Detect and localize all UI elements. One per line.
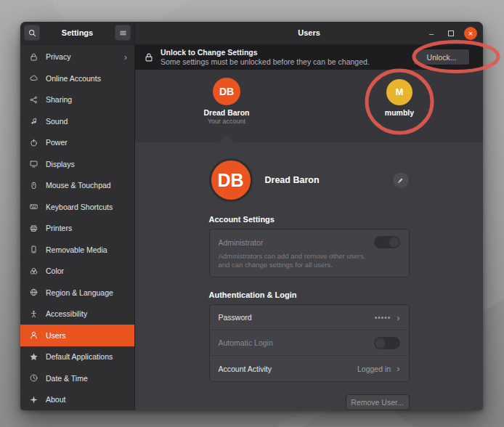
desktop-wallpaper: Settings Privacy › Online Accounts Sha bbox=[0, 0, 504, 427]
sidebar-item-default-applications[interactable]: Default Applications bbox=[20, 346, 134, 368]
clock-icon bbox=[29, 373, 38, 383]
sidebar-list: Privacy › Online Accounts Sharing Sound bbox=[20, 45, 134, 411]
sidebar-header: Settings bbox=[20, 22, 134, 45]
sidebar-item-sharing[interactable]: Sharing bbox=[20, 89, 134, 111]
administrator-toggle[interactable] bbox=[374, 236, 400, 248]
account-settings-card: Administrator Administrators can add and… bbox=[209, 229, 410, 277]
sidebar-item-label: Region & Language bbox=[46, 288, 113, 297]
toggle-knob bbox=[375, 338, 386, 349]
sidebar: Settings Privacy › Online Accounts Sha bbox=[20, 22, 134, 410]
mouse-icon bbox=[29, 181, 38, 190]
account-activity-value: Logged in bbox=[357, 365, 391, 373]
sidebar-item-label: Sound bbox=[46, 117, 68, 126]
content-pane: Users – × Unlock to Change Settings Some… bbox=[134, 22, 483, 410]
sidebar-item-region-language[interactable]: Region & Language bbox=[20, 282, 134, 304]
sidebar-item-sound[interactable]: Sound bbox=[20, 110, 134, 132]
sidebar-item-label: Online Accounts bbox=[46, 74, 101, 83]
sidebar-item-color[interactable]: Color bbox=[20, 261, 134, 282]
sidebar-item-privacy[interactable]: Privacy › bbox=[20, 46, 134, 68]
sidebar-item-displays[interactable]: Displays bbox=[20, 153, 134, 175]
automatic-login-toggle[interactable] bbox=[374, 337, 400, 349]
globe-icon bbox=[29, 288, 38, 297]
sidebar-item-printers[interactable]: Printers bbox=[20, 218, 134, 240]
user-card-mumbly[interactable]: M mumbly bbox=[367, 79, 432, 117]
maximize-button[interactable] bbox=[444, 27, 458, 40]
unlock-subtitle: Some settings must be unlocked before th… bbox=[160, 57, 370, 67]
chevron-right-icon: › bbox=[124, 52, 127, 62]
padlock-icon bbox=[144, 52, 154, 62]
sidebar-item-about[interactable]: About bbox=[20, 389, 134, 411]
sparkle-icon bbox=[29, 395, 38, 404]
unlock-text: Unlock to Change Settings Some settings … bbox=[160, 48, 370, 67]
sidebar-item-label: Keyboard Shortcuts bbox=[46, 203, 113, 211]
account-activity-label: Account Activity bbox=[219, 365, 272, 373]
share-nodes-icon bbox=[29, 95, 38, 105]
sidebar-item-label: Removable Media bbox=[46, 245, 107, 254]
user-full-name: Dread Baron bbox=[265, 175, 320, 185]
administrator-row: Administrator Administrators can add and… bbox=[210, 229, 409, 277]
sidebar-item-keyboard-shortcuts[interactable]: Keyboard Shortcuts bbox=[20, 196, 134, 218]
maximize-icon bbox=[448, 30, 454, 36]
sidebar-item-label: Privacy bbox=[46, 52, 70, 61]
sidebar-item-mouse-touchpad[interactable]: Mouse & Touchpad bbox=[20, 175, 134, 197]
sidebar-item-label: Default Applications bbox=[46, 352, 113, 361]
account-activity-row[interactable]: Account Activity Logged in › bbox=[210, 356, 409, 381]
edit-name-button[interactable] bbox=[392, 171, 410, 189]
window-controls: – × bbox=[425, 22, 477, 45]
user-name: Dread Baron bbox=[194, 108, 259, 117]
page-title: Users bbox=[298, 28, 320, 37]
pencil-icon bbox=[397, 176, 405, 184]
user-detail-header: DB Dread Baron bbox=[209, 142, 410, 202]
close-button[interactable]: × bbox=[464, 27, 477, 40]
avatar: DB bbox=[209, 158, 253, 202]
sidebar-item-label: Mouse & Touchpad bbox=[46, 181, 111, 190]
sidebar-item-label: Sharing bbox=[46, 95, 72, 104]
printer-icon bbox=[29, 224, 38, 233]
unlock-title: Unlock to Change Settings bbox=[160, 48, 370, 57]
avatar: M bbox=[386, 79, 412, 105]
user-switcher: DB Dread Baron Your account M mumbly bbox=[135, 70, 483, 142]
unlock-banner: Unlock to Change Settings Some settings … bbox=[135, 45, 483, 70]
sidebar-item-label: Users bbox=[46, 331, 65, 340]
toggle-knob bbox=[389, 237, 399, 248]
sidebar-item-date-time[interactable]: Date & Time bbox=[20, 367, 134, 389]
automatic-login-row: Automatic Login bbox=[210, 330, 409, 356]
keyboard-icon bbox=[29, 202, 38, 211]
sidebar-item-users[interactable]: Users bbox=[20, 325, 134, 346]
user-name: mumbly bbox=[367, 108, 432, 117]
minimize-button[interactable]: – bbox=[425, 27, 438, 40]
unlock-button[interactable]: Unlock... bbox=[413, 49, 470, 65]
color-circles-icon bbox=[29, 267, 38, 276]
sidebar-item-online-accounts[interactable]: Online Accounts bbox=[20, 68, 134, 89]
sidebar-item-label: Color bbox=[46, 267, 64, 275]
remove-user-button[interactable]: Remove User... bbox=[346, 394, 410, 410]
sidebar-item-label: Accessibility bbox=[46, 309, 87, 318]
user-card-dread-baron[interactable]: DB Dread Baron Your account bbox=[194, 78, 259, 125]
sidebar-item-label: Displays bbox=[46, 160, 75, 168]
sidebar-item-power[interactable]: Power bbox=[20, 132, 134, 154]
administrator-label: Administrator bbox=[219, 238, 264, 247]
password-dots: ••••• bbox=[375, 314, 391, 322]
sidebar-item-label: Power bbox=[46, 138, 68, 147]
media-device-icon bbox=[29, 245, 38, 254]
administrator-description: Administrators can add and remove other … bbox=[219, 252, 375, 269]
accessibility-person-icon bbox=[29, 309, 38, 319]
sidebar-item-label: Date & Time bbox=[46, 374, 88, 383]
automatic-login-label: Automatic Login bbox=[219, 338, 273, 347]
person-icon bbox=[29, 330, 38, 340]
auth-login-heading: Authentication & Login bbox=[209, 290, 410, 299]
sidebar-item-removable-media[interactable]: Removable Media bbox=[20, 239, 134, 261]
search-icon bbox=[28, 28, 37, 38]
music-note-icon bbox=[29, 116, 38, 126]
sidebar-item-accessibility[interactable]: Accessibility bbox=[20, 304, 134, 325]
user-subtitle: Your account bbox=[194, 118, 259, 125]
chevron-right-icon: › bbox=[397, 363, 399, 374]
menu-button[interactable] bbox=[115, 25, 131, 41]
selected-user-pointer bbox=[218, 135, 235, 142]
search-button[interactable] bbox=[24, 25, 40, 41]
user-detail-panel: DB Dread Baron Account Settings Administ… bbox=[135, 142, 483, 410]
password-row[interactable]: Password ••••• › bbox=[210, 305, 409, 330]
settings-window: Settings Privacy › Online Accounts Sha bbox=[20, 22, 483, 410]
password-label: Password bbox=[219, 313, 252, 322]
cloud-icon bbox=[29, 73, 38, 83]
